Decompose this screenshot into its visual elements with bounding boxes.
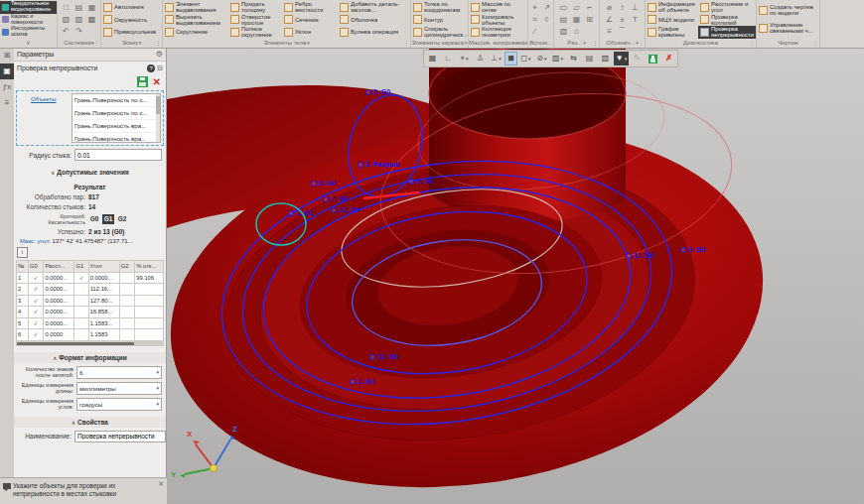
rib-button[interactable]: Ребро жесткости bbox=[282, 1, 338, 14]
filter-icon[interactable]: ▼▾ bbox=[614, 52, 629, 65]
tool-icon[interactable]: ↷ bbox=[72, 26, 85, 38]
mass-properties-button[interactable]: МЦХ модели bbox=[646, 14, 698, 27]
format-section-header[interactable]: ∧Формат информации bbox=[14, 352, 166, 363]
tool-icon[interactable] bbox=[85, 26, 98, 38]
objects-label[interactable]: Объекты bbox=[31, 95, 57, 143]
joint-radius-input[interactable] bbox=[74, 149, 162, 161]
list-scrollbar[interactable] bbox=[156, 94, 160, 142]
abort-command-icon[interactable]: ✕ bbox=[153, 77, 161, 87]
scene-settings-icon[interactable]: ▤ bbox=[582, 52, 597, 65]
tool-icon[interactable]: ∠ bbox=[603, 14, 616, 26]
autoline-button[interactable]: Автолиния bbox=[101, 1, 163, 14]
tool-icon[interactable]: ⌂ bbox=[570, 26, 583, 38]
tool-icon[interactable]: ± bbox=[616, 14, 629, 26]
criterion-g2-button[interactable]: G2 bbox=[116, 214, 128, 224]
object-list-item[interactable]: Грань.Поверхность вра... bbox=[72, 120, 160, 133]
tool-icon[interactable] bbox=[541, 26, 553, 38]
tool-icon[interactable]: ↕ bbox=[616, 2, 629, 14]
gear-icon[interactable]: ⚙ bbox=[156, 50, 163, 59]
tool-icon[interactable]: ▭ bbox=[557, 2, 570, 14]
draft-button[interactable]: Уклон bbox=[282, 26, 338, 39]
edit-icon[interactable]: ✎ bbox=[630, 52, 645, 65]
viewport-3d[interactable]: X Z Y 5. G03. Разрыв6. G08. G07. G013. G… bbox=[167, 48, 864, 504]
close-icon[interactable]: ✕ bbox=[158, 480, 164, 488]
tool-icon[interactable] bbox=[629, 26, 642, 38]
column-header[interactable]: G0 bbox=[28, 261, 44, 273]
add-part-stock-button[interactable]: Добавить деталь-заготов... bbox=[338, 1, 409, 14]
workspace-collapse[interactable]: ∨ bbox=[0, 39, 57, 48]
geometry-collection-button[interactable]: Коллекция геометрии bbox=[469, 26, 528, 39]
tool-icon[interactable]: ⌀ bbox=[603, 2, 616, 14]
variables-icon[interactable]: ƒx bbox=[0, 79, 14, 95]
tool-icon[interactable]: ▦ bbox=[85, 2, 98, 14]
distance-angle-button[interactable]: Расстояние и угол bbox=[698, 1, 756, 14]
column-header[interactable]: № bbox=[17, 261, 29, 273]
save-object-icon[interactable] bbox=[646, 52, 660, 65]
3d-model-canvas[interactable]: X Z Y bbox=[167, 48, 864, 504]
rectangle-button[interactable]: Прямоугольник bbox=[101, 26, 163, 39]
shaded-view-icon[interactable]: ◼ bbox=[504, 52, 517, 65]
table-h-scrollbar[interactable] bbox=[16, 341, 164, 346]
simple-hole-button[interactable]: Отверстие простое bbox=[228, 14, 282, 27]
structure-icon[interactable]: ⊟ bbox=[157, 64, 163, 72]
workspace-tab[interactable]: Твердотельное моделирование bbox=[0, 1, 57, 14]
tool-icon[interactable]: ↶ bbox=[60, 26, 72, 38]
cut-extrude-button[interactable]: Вырезать выдавливанием bbox=[163, 14, 228, 27]
grid-icon[interactable]: ▦ bbox=[425, 52, 440, 65]
criterion-g0-button[interactable]: G0 bbox=[88, 214, 100, 224]
tool-icon[interactable]: ≡ bbox=[603, 26, 616, 38]
shell-button[interactable]: Оболочка bbox=[338, 14, 409, 27]
column-header[interactable]: % отк... bbox=[135, 261, 164, 273]
name-input[interactable] bbox=[74, 431, 166, 442]
object-info-button[interactable]: Информация об объекте bbox=[646, 1, 698, 14]
create-object-icon[interactable] bbox=[137, 76, 148, 87]
tool-icon[interactable]: ▧ bbox=[60, 14, 72, 26]
tool-icon[interactable]: ⌐ bbox=[583, 2, 596, 14]
length-units-select[interactable]: миллиметры▾ bbox=[76, 382, 162, 395]
table-row[interactable]: 3✓0.0000...127.80... bbox=[17, 295, 164, 307]
contour-button[interactable]: Контур bbox=[411, 14, 469, 27]
tool-icon[interactable]: ▨ bbox=[72, 14, 85, 26]
max-angle-link[interactable]: Макс. угол: bbox=[20, 238, 51, 244]
boolean-button[interactable]: Булева операция bbox=[338, 26, 409, 39]
parameters-panel-icon[interactable]: ▣ bbox=[0, 63, 14, 79]
group-label-body-features[interactable]: Элементы тела▾⋮ bbox=[163, 39, 410, 48]
properties-section-header[interactable]: ∧Свойства bbox=[14, 417, 166, 428]
table-row[interactable]: 2✓0.0000...112.16... bbox=[17, 284, 164, 296]
group-label-notation[interactable]: Обознач...▾⋮ bbox=[600, 39, 645, 48]
tool-icon[interactable]: ▦ bbox=[570, 14, 583, 26]
abort-icon[interactable]: ✗ bbox=[661, 52, 676, 65]
main-menu-icon[interactable]: ≡ bbox=[0, 95, 14, 111]
thicken-button[interactable]: Придать толщину bbox=[228, 1, 282, 14]
table-row[interactable]: 5✓0.0000...1.1583... bbox=[17, 317, 164, 329]
hide-elements-icon[interactable]: ⊘▾ bbox=[534, 52, 549, 65]
tool-icon[interactable]: ◊ bbox=[541, 14, 553, 26]
column-header[interactable]: G1 bbox=[74, 261, 88, 273]
tool-icon[interactable]: ▧ bbox=[557, 26, 570, 38]
doc-tree-icon[interactable]: ⊞ bbox=[0, 48, 14, 63]
criterion-g1-button[interactable]: G1 bbox=[102, 214, 114, 224]
tool-icon[interactable]: ∕ bbox=[529, 26, 541, 38]
orientation-icon[interactable]: ⊥▾ bbox=[489, 52, 504, 65]
tool-icon[interactable]: ⌖ bbox=[529, 2, 541, 14]
tool-icon[interactable] bbox=[583, 26, 596, 38]
zoom-icon[interactable]: ⌖▾ bbox=[457, 52, 472, 65]
helix-button[interactable]: Спираль цилиндрическ... bbox=[411, 26, 469, 39]
object-list-item[interactable]: Грань.Поверхность по с... bbox=[72, 94, 160, 107]
table-row[interactable]: 1✓0.0000...✓0.0000...99.106 bbox=[17, 272, 164, 284]
column-header[interactable]: G2 bbox=[119, 261, 135, 273]
walk-mode-icon[interactable]: ♙ bbox=[473, 52, 488, 65]
clip-plane-icon[interactable]: ▧ bbox=[598, 52, 613, 65]
tool-icon[interactable]: ▩ bbox=[85, 14, 98, 26]
create-drawing-button[interactable]: Создать чертеж по модели bbox=[757, 1, 820, 19]
tool-icon[interactable]: ≈ bbox=[529, 14, 541, 26]
tool-icon[interactable]: ⊞ bbox=[583, 14, 596, 26]
group-label-frame[interactable]: Элементы каркаса▾⋮ bbox=[411, 39, 468, 48]
collision-check-button[interactable]: Проверка коллизий bbox=[698, 14, 756, 27]
fillet-button[interactable]: Скругление bbox=[163, 26, 228, 39]
info-icon[interactable]: i bbox=[17, 247, 28, 258]
section-button[interactable]: Сечение bbox=[282, 14, 338, 27]
manage-linked-button[interactable]: Управление связанными ч... bbox=[757, 19, 820, 37]
table-row[interactable]: 6✓0.00001.1583 bbox=[17, 329, 164, 341]
full-round-button[interactable]: Полное скругление bbox=[228, 26, 282, 39]
